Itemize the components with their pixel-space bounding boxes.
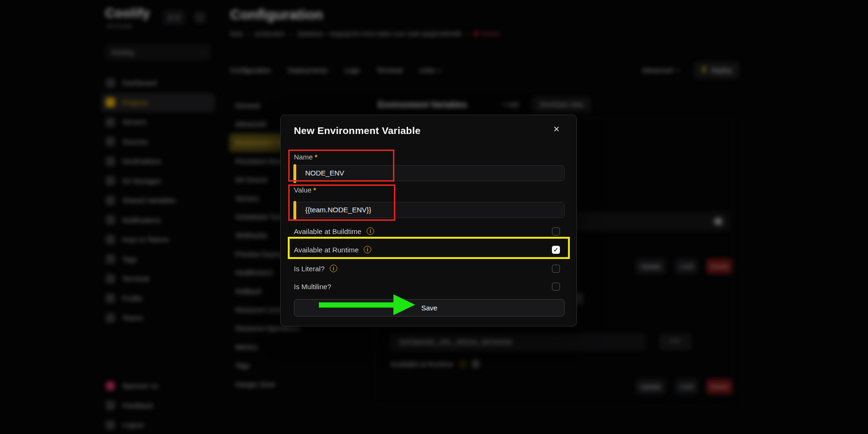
- app-window: Coolify v4.0.0-beta Hosting / DashboardP…: [0, 0, 868, 434]
- checkbox-is-literal[interactable]: [552, 265, 560, 273]
- checkbox-label: Available at Buildtime: [294, 227, 361, 235]
- close-icon[interactable]: ×: [553, 124, 559, 134]
- checkbox-label: Is Multiline?: [294, 283, 331, 291]
- info-icon[interactable]: i: [367, 227, 374, 235]
- checkbox-row-is-multiline: Is Multiline?: [294, 282, 563, 291]
- checkbox-is-multiline[interactable]: [552, 283, 560, 291]
- annotation-red-box-value: [288, 184, 395, 221]
- annotation-red-box-name: [288, 150, 394, 182]
- annotation-green-arrow-head: [393, 294, 415, 315]
- modal-title: New Environment Variable: [294, 125, 421, 136]
- save-button[interactable]: Save: [294, 299, 565, 317]
- checkbox-row-is-literal: Is Literal?i: [294, 264, 563, 273]
- info-icon[interactable]: i: [330, 265, 337, 272]
- checkbox-row-available-at-buildtime: Available at Buildtimei: [294, 226, 563, 236]
- checkbox-available-at-buildtime[interactable]: [552, 227, 560, 235]
- annotation-green-arrow-shaft: [319, 302, 393, 308]
- annotation-yellow-box-runtime: [288, 237, 570, 259]
- checkbox-label: Is Literal?: [294, 265, 325, 273]
